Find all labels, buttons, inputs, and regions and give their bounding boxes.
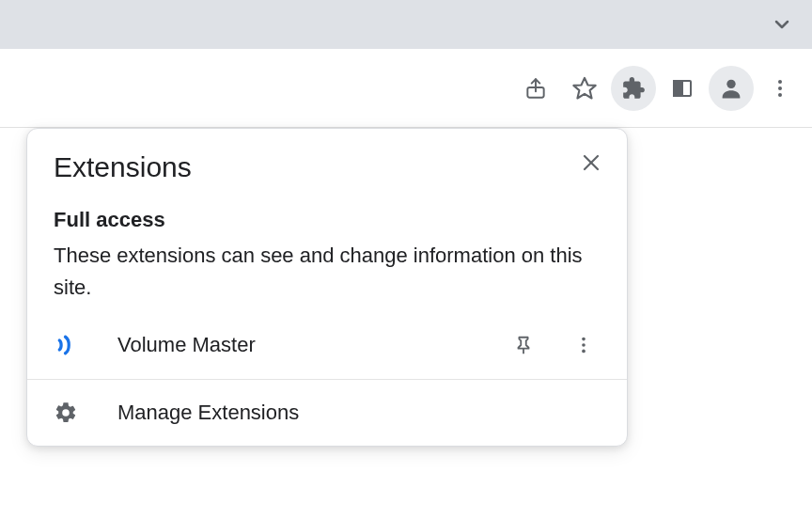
pin-button[interactable] [507,328,540,362]
extension-actions [507,328,601,362]
extension-name: Volume Master [106,333,488,357]
profile-button[interactable] [709,66,754,111]
extensions-button[interactable] [611,66,656,111]
svg-point-11 [582,338,586,341]
popup-header: Extensions [27,129,627,185]
share-button[interactable] [513,66,558,111]
manage-extensions-label: Manage Extensions [106,401,601,425]
svg-point-13 [582,350,586,354]
bookmark-button[interactable] [562,66,607,111]
manage-extensions-row[interactable]: Manage Extensions [27,380,627,446]
section-description: These extensions can see and change info… [54,240,601,304]
svg-point-4 [726,79,735,87]
tab-strip [0,0,812,49]
extension-row[interactable]: Volume Master [27,311,627,380]
svg-point-6 [778,86,782,90]
svg-point-5 [778,80,782,84]
volume-icon [54,331,87,359]
svg-marker-1 [573,77,595,98]
section-heading: Full access [54,208,601,232]
popup-title: Extensions [54,151,601,183]
svg-point-7 [778,93,782,97]
access-section: Full access These extensions can see and… [27,185,627,311]
extension-more-button[interactable] [567,328,601,362]
extensions-popup: Extensions Full access These extensions … [26,128,628,447]
side-panel-button[interactable] [660,66,705,111]
browser-toolbar [0,49,812,128]
svg-rect-3 [674,81,682,96]
more-button[interactable] [757,66,803,111]
svg-point-12 [582,343,586,347]
close-button[interactable] [574,146,608,180]
gear-icon [54,401,87,425]
chevron-down-icon[interactable] [771,13,793,36]
